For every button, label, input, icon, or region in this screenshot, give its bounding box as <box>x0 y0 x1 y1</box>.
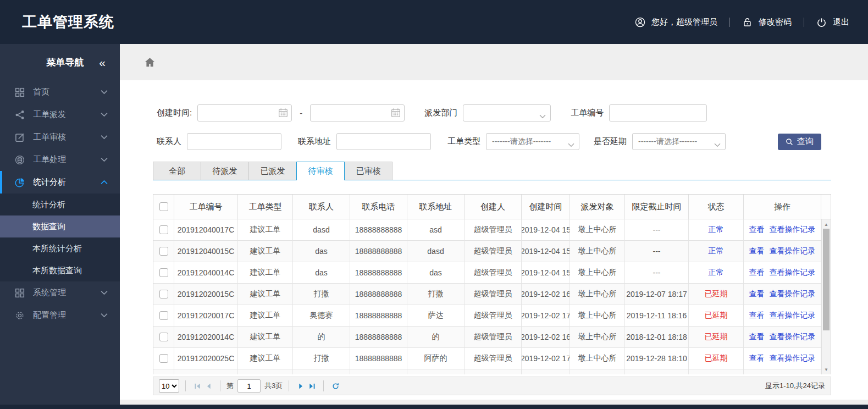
cell-type: 建议工单 <box>238 219 293 241</box>
calendar-icon[interactable] <box>278 108 288 118</box>
table-header-created: 创建时间 <box>522 195 570 219</box>
view-log-link[interactable]: 查看操作记录 <box>770 353 816 363</box>
row-checkbox-cell <box>153 262 174 284</box>
sidebar-item-label: 首页 <box>33 87 101 97</box>
search-button[interactable]: 查询 <box>778 134 821 150</box>
row-checkbox[interactable] <box>159 268 168 277</box>
chevron-down-icon <box>101 157 108 162</box>
sidebar-item-stats[interactable]: 统计分析 <box>0 171 120 194</box>
sidebar-item-system[interactable]: 系统管理 <box>0 281 120 304</box>
sidebar-item-dispatch[interactable]: 工单派发 <box>0 103 120 126</box>
cell-contact: das <box>293 241 350 262</box>
sidebar-subitem[interactable]: 统计分析 <box>0 194 120 215</box>
view-link[interactable]: 查看 <box>749 353 765 363</box>
change-password-link[interactable]: 修改密码 <box>742 17 792 27</box>
cell-action: 查看查看操作记录 <box>744 241 821 262</box>
table-row: 201912040015C建议工单das18888888888dasd超级管理员… <box>153 241 821 262</box>
calendar-icon[interactable] <box>391 108 401 118</box>
sidebar-menu: 首页工单派发工单审核工单处理统计分析统计分析数据查询本所统计分析本所数据查询系统… <box>0 81 120 327</box>
dispatch-dept-select[interactable] <box>463 104 551 121</box>
sidebar-item-process[interactable]: 工单处理 <box>0 148 120 171</box>
first-page-button[interactable] <box>192 380 203 391</box>
scroll-up-icon[interactable]: ▲ <box>822 220 831 228</box>
logout-link[interactable]: 退出 <box>816 17 849 27</box>
row-checkbox[interactable] <box>159 333 168 341</box>
view-link[interactable]: 查看 <box>749 246 765 256</box>
contact-input[interactable] <box>187 133 281 150</box>
status-badge: 已延期 <box>705 353 728 363</box>
sidebar-subitem[interactable]: 本所统计分析 <box>0 237 120 259</box>
cell-contact <box>293 369 350 374</box>
cell-status: 已延期 <box>689 284 744 305</box>
row-checkbox[interactable] <box>159 247 168 256</box>
refresh-button[interactable] <box>330 380 341 391</box>
last-page-button[interactable] <box>306 380 317 391</box>
sidebar-collapse-button[interactable]: « <box>99 57 106 68</box>
cell-creator: 超级管理员 <box>465 327 522 348</box>
table-scrollbar[interactable]: ▲ ▼ <box>821 219 831 374</box>
app-root: 工单管理系统 您好，超级管理员 修改密码 退出 菜单导航 « <box>0 0 868 409</box>
current-page-input[interactable] <box>237 379 261 393</box>
row-checkbox-cell <box>153 327 174 348</box>
scrollbar-thumb[interactable] <box>823 229 830 330</box>
view-link[interactable]: 查看 <box>749 289 765 299</box>
cell-deadline: 2019-12-28 18:10 <box>625 348 689 369</box>
sidebar-item-review[interactable]: 工单审核 <box>0 126 120 148</box>
cell-creator: 超级管理员 <box>465 262 522 284</box>
cell-contact: 打撒 <box>293 348 350 369</box>
row-checkbox[interactable] <box>159 354 168 363</box>
table-header-phone: 联系电话 <box>350 195 407 219</box>
view-link[interactable]: 查看 <box>749 268 765 278</box>
row-checkbox[interactable] <box>159 311 168 320</box>
view-log-link[interactable]: 查看操作记录 <box>770 289 816 299</box>
chevron-down-icon <box>101 90 108 95</box>
view-log-link[interactable]: 查看操作记录 <box>770 268 816 278</box>
sidebar-item-config[interactable]: 配置管理 <box>0 304 120 327</box>
view-log-link[interactable]: 查看操作记录 <box>770 225 816 235</box>
row-checkbox-cell <box>153 241 174 262</box>
cell-status: 已延期 <box>689 348 744 369</box>
cell-action: 查看查看操作记录 <box>744 305 821 327</box>
tab-已审核[interactable]: 已审核 <box>344 162 392 180</box>
address-input[interactable] <box>336 133 431 150</box>
view-link[interactable]: 查看 <box>749 311 765 320</box>
sidebar-item-home[interactable]: 首页 <box>0 81 120 103</box>
table-header-undefined: 操作 <box>744 195 821 219</box>
select-all-checkbox[interactable] <box>159 202 168 211</box>
total-pages-label: 共3页 <box>264 381 283 391</box>
view-log-link[interactable]: 查看操作记录 <box>770 246 816 256</box>
cell-status <box>689 369 744 374</box>
tab-待派发[interactable]: 待派发 <box>201 162 249 180</box>
order-no-input[interactable] <box>609 104 707 121</box>
prev-page-button[interactable] <box>203 380 214 391</box>
view-link[interactable]: 查看 <box>749 332 765 342</box>
create-time-label: 创建时间: <box>157 108 192 118</box>
view-log-link[interactable]: 查看操作记录 <box>770 311 816 320</box>
record-count-summary: 显示1-10,共24记录 <box>765 381 825 391</box>
tab-待审核[interactable]: 待审核 <box>296 162 345 180</box>
view-link[interactable]: 查看 <box>749 225 765 235</box>
cell-contact: 的 <box>293 327 350 348</box>
cell-order_no: 201912020025C <box>174 348 238 369</box>
scroll-down-icon[interactable]: ▼ <box>822 366 831 373</box>
cell-target: 墩上中心所 <box>570 219 625 241</box>
delay-select[interactable]: -------请选择------- <box>632 133 726 150</box>
page-size-select[interactable]: 10 <box>159 379 179 393</box>
order-type-select[interactable]: -------请选择------- <box>486 133 579 150</box>
delay-label: 是否延期 <box>594 136 627 147</box>
sidebar-subitem[interactable]: 本所数据查询 <box>0 259 120 281</box>
cell-phone: 18888888888 <box>350 262 407 284</box>
tab-已派发[interactable]: 已派发 <box>248 162 297 180</box>
home-icon[interactable] <box>144 57 156 68</box>
sidebar-item-label: 工单处理 <box>33 154 101 165</box>
row-checkbox[interactable] <box>159 290 168 299</box>
sidebar-subitem[interactable]: 数据查询 <box>0 215 120 237</box>
view-log-link[interactable]: 查看操作记录 <box>770 332 816 342</box>
logout-label: 退出 <box>833 17 849 27</box>
sidebar-item-label: 工单派发 <box>33 109 101 120</box>
row-checkbox[interactable] <box>159 225 168 234</box>
next-page-button[interactable] <box>295 380 306 391</box>
tab-全部[interactable]: 全部 <box>153 162 201 180</box>
sidebar-item-label: 工单审核 <box>33 132 101 142</box>
user-greeting[interactable]: 您好，超级管理员 <box>635 17 717 27</box>
